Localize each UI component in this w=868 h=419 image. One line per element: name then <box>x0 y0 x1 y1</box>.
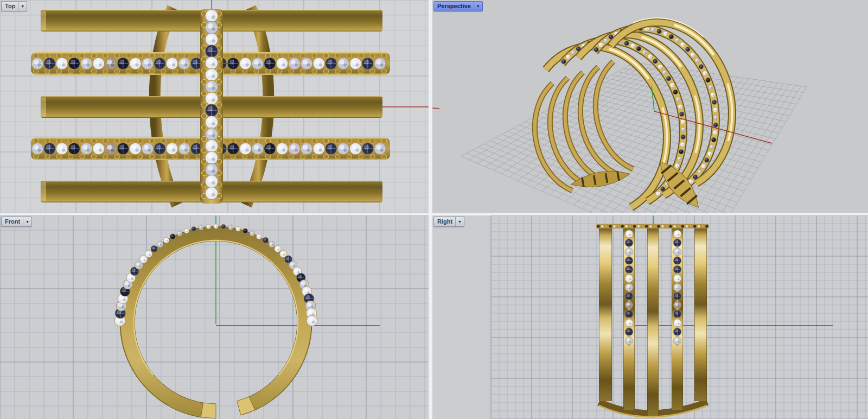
viewport-right[interactable]: Right ▼ <box>432 215 868 419</box>
viewport-title-text: Front <box>2 217 23 226</box>
viewport-menu-arrow-icon[interactable]: ▼ <box>18 2 27 11</box>
viewport-title-right[interactable]: Right ▼ <box>433 217 464 227</box>
viewport-title-perspective[interactable]: Perspective ▼ <box>433 1 483 11</box>
right-viewport-canvas[interactable] <box>432 215 868 419</box>
viewport-title-text: Top <box>2 2 18 11</box>
viewport-title-top[interactable]: Top ▼ <box>1 1 27 11</box>
viewport-title-text: Perspective <box>434 2 474 11</box>
viewport-menu-arrow-icon[interactable]: ▼ <box>23 217 31 226</box>
viewport-top[interactable]: Top ▼ <box>0 0 429 213</box>
viewport-menu-arrow-icon[interactable]: ▼ <box>474 2 482 11</box>
viewport-title-front[interactable]: Front ▼ <box>1 217 32 227</box>
viewport-title-text: Right <box>434 217 455 226</box>
viewport-front[interactable]: Front ▼ <box>0 215 429 419</box>
perspective-viewport-canvas[interactable] <box>432 0 868 213</box>
cad-four-viewport-workspace: Top ▼ Perspective ▼ Front ▼ Right ▼ <box>0 0 868 419</box>
viewport-perspective[interactable]: Perspective ▼ <box>432 0 868 213</box>
top-viewport-canvas[interactable] <box>0 0 429 213</box>
viewport-menu-arrow-icon[interactable]: ▼ <box>455 217 464 226</box>
front-viewport-canvas[interactable] <box>0 215 429 419</box>
